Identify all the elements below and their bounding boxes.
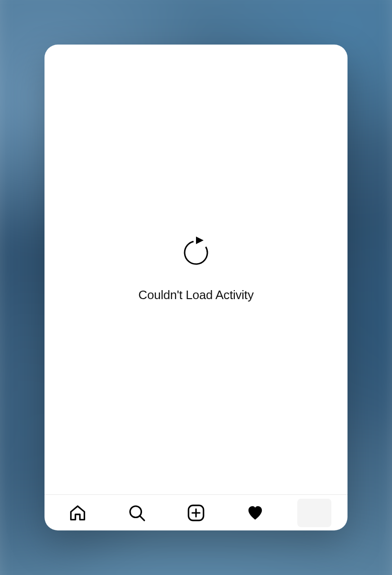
heart-icon: [246, 504, 264, 522]
tab-create[interactable]: [179, 499, 213, 527]
activity-card: Couldn't Load Activity: [45, 45, 347, 530]
avatar-icon: [297, 499, 331, 527]
refresh-button[interactable]: [184, 237, 208, 265]
error-message: Couldn't Load Activity: [138, 288, 253, 302]
tab-activity[interactable]: [238, 499, 272, 527]
tab-search[interactable]: [120, 499, 154, 527]
svg-line-9: [140, 516, 144, 520]
tab-home[interactable]: [61, 499, 95, 527]
plus-square-icon: [187, 504, 205, 522]
home-icon: [69, 504, 87, 522]
search-icon: [128, 504, 146, 522]
refresh-icon: [184, 237, 208, 265]
error-state: Couldn't Load Activity: [45, 45, 347, 494]
bottom-tab-bar: [45, 494, 347, 530]
tab-profile[interactable]: [297, 499, 331, 527]
